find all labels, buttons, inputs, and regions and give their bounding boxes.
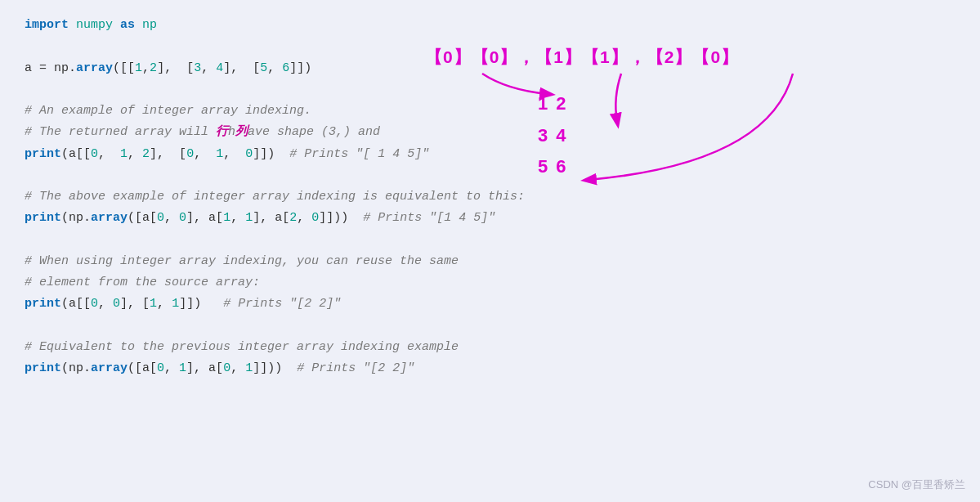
- code-line-6: # The returned array will 行h列ave shape (…: [25, 122, 955, 143]
- code-line-13: # element from the source array:: [25, 272, 955, 294]
- code-line-9: # The above example of integer array ind…: [25, 186, 955, 208]
- code-line-11: [25, 230, 955, 251]
- watermark: CSDN @百里香矫兰: [868, 477, 965, 492]
- code-line-2: [25, 36, 955, 57]
- code-line-15: [25, 316, 955, 337]
- code-line-10: print(np.array([a[0, 0], a[1, 1], a[2, 0…: [25, 208, 955, 229]
- code-line-1: import numpy as np: [25, 15, 955, 36]
- code-line-3: a = np.array([[1,2], [3, 4], [5, 6]]): [25, 58, 955, 79]
- code-line-14: print(a[[0, 0], [1, 1]]) # Prints "[2 2]…: [25, 294, 955, 315]
- code-line-7: print(a[[0, 1, 2], [0, 1, 0]]) # Prints …: [25, 144, 955, 165]
- code-line-17: print(np.array([a[0, 1], a[0, 1]])) # Pr…: [25, 358, 955, 379]
- code-line-16: # Equivalent to the previous integer arr…: [25, 337, 955, 358]
- code-line-12: # When using integer array indexing, you…: [25, 251, 955, 272]
- code-line-5: # An example of integer array indexing.: [25, 101, 955, 122]
- code-area: import numpy as np a = np.array([[1,2], …: [0, 0, 980, 394]
- code-line-4: [25, 79, 955, 101]
- code-line-8: [25, 165, 955, 186]
